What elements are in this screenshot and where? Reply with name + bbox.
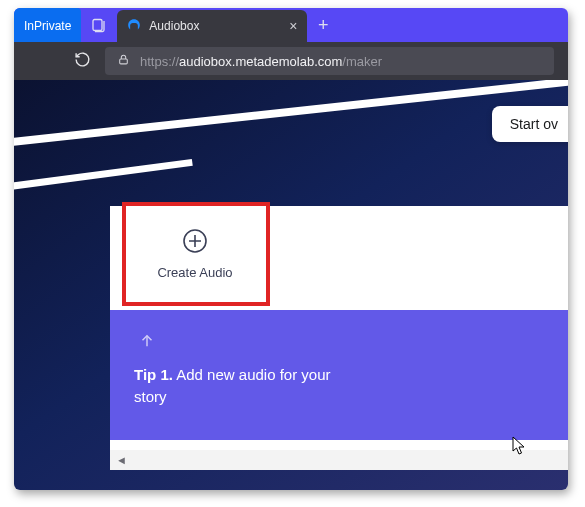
arrow-up-icon <box>138 332 564 354</box>
panel-toolbar: Create Audio <box>110 206 568 310</box>
tab-close-icon[interactable]: × <box>289 18 297 34</box>
refresh-icon[interactable] <box>74 51 91 72</box>
create-audio-label: Create Audio <box>157 265 232 280</box>
scroll-left-icon[interactable]: ◄ <box>110 454 133 466</box>
decorative-line <box>14 80 568 148</box>
page-content: Start ov Create Audio Tip 1. Add new <box>14 80 568 490</box>
lock-icon <box>117 53 130 69</box>
maker-panel: Create Audio Tip 1. Add new audio for yo… <box>110 206 568 470</box>
inprivate-badge: InPrivate <box>14 8 81 42</box>
tip-bold: Tip 1. <box>134 366 173 383</box>
browser-tab[interactable]: Audiobox × <box>117 10 307 42</box>
create-audio-button[interactable]: Create Audio <box>126 206 264 300</box>
browser-window: InPrivate Audiobox × + https://audiobox.… <box>14 8 568 490</box>
url-text: https://audiobox.metademolab.com/maker <box>140 54 382 69</box>
svg-rect-0 <box>93 20 102 31</box>
tip-text: Tip 1. Add new audio for your story <box>134 364 334 408</box>
horizontal-scrollbar[interactable]: ◄ <box>110 450 568 470</box>
tab-overview-icon[interactable] <box>81 8 117 42</box>
url-scheme: https:// <box>140 54 179 69</box>
start-over-label: Start ov <box>510 116 558 132</box>
inprivate-label: InPrivate <box>24 19 71 33</box>
tip-callout: Tip 1. Add new audio for your story <box>110 310 568 440</box>
url-path: /maker <box>342 54 382 69</box>
svg-rect-1 <box>120 59 128 64</box>
plus-circle-icon <box>181 227 209 255</box>
decorative-line <box>14 159 193 192</box>
tab-favicon-icon <box>127 18 141 35</box>
address-bar: https://audiobox.metademolab.com/maker <box>14 42 568 80</box>
url-host: audiobox.metademolab.com <box>179 54 342 69</box>
tab-bar: InPrivate Audiobox × + <box>14 8 568 42</box>
new-tab-button[interactable]: + <box>307 8 339 42</box>
tab-title: Audiobox <box>149 19 281 33</box>
url-field[interactable]: https://audiobox.metademolab.com/maker <box>105 47 554 75</box>
start-over-button[interactable]: Start ov <box>492 106 568 142</box>
